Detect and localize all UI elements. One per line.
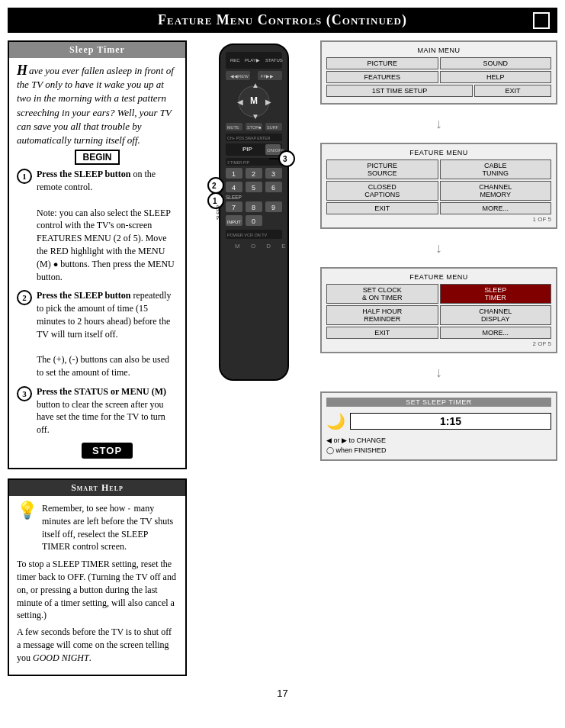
main-menu-label: MAIN MENU [326,47,551,54]
svg-text:▶: ▶ [265,98,271,106]
cable-tuning-btn[interactable]: CABLETUNING [440,159,552,179]
sleep-timer-header: Sleep Timer [9,42,185,58]
title-bar: Feature Menu Controls (Continued) [8,8,557,33]
picture-source-btn[interactable]: PICTURESOURCE [326,159,438,179]
svg-text:3: 3 [283,155,287,163]
half-hour-btn[interactable]: HALF HOURREMINDER [326,305,438,325]
smart-help-text-2: To stop a SLEEP TIMER setting, reset the… [17,558,178,622]
svg-text:PLAY▶: PLAY▶ [245,58,260,63]
svg-text:SURF: SURF [267,125,279,130]
sound-btn[interactable]: SOUND [440,57,552,69]
screen-indicator-2: 2 OF 5 [326,340,551,347]
svg-text:6: 6 [271,184,275,192]
step-1-circle: 1 [17,169,32,184]
smart-help-box: Smart Help 💡 Remember, to see how ╴ many… [8,478,187,676]
svg-text:7: 7 [232,204,236,211]
svg-text:3: 3 [271,170,275,178]
channel-memory-btn[interactable]: CHANNELMEMORY [440,181,552,201]
step-1: 1 Press the SLEEP button on the remote c… [17,168,178,283]
sleep-display-title: SET SLEEP TIMER [326,398,551,407]
svg-text:INPUT: INPUT [227,220,241,224]
sleep-timer-content: Have you ever fallen asleep in front of … [9,58,185,468]
step-3: 3 Press the STATUS or MENU (M) button to… [17,385,178,436]
sleep-time-value: 1:15 [350,413,551,430]
exit-btn-1[interactable]: EXIT [326,202,438,214]
feature-menu-1-screen: FEATURE MENU PICTURESOURCE CABLETUNING C… [320,143,557,229]
svg-text:1: 1 [213,197,217,205]
bulb-icon: 💡 [17,502,37,519]
feature-menu-1-grid: PICTURESOURCE CABLETUNING CLOSEDCAPTIONS… [326,159,551,214]
picture-btn[interactable]: PICTURE [326,57,438,69]
step-2-circle: 2 [17,290,32,305]
screen-indicator-1: 1 OF 5 [326,216,551,223]
main-menu-row-2: FEATURES HELP [326,71,551,83]
feature-menu-2-label: FEATURE MENU [326,273,551,281]
svg-text:◀◀REW: ◀◀REW [230,74,249,79]
arrow-down-1: ↓ [320,117,557,130]
svg-text:STATUS: STATUS [265,58,283,63]
svg-text:SLEEP: SLEEP [216,205,220,220]
svg-text:8: 8 [252,204,255,211]
channel-display-btn[interactable]: CHANNELDISPLAY [440,305,552,325]
svg-text:POWER  VCR  ON  TV: POWER VCR ON TV [227,233,267,237]
1st-time-setup-btn[interactable]: 1ST TIME SETUP [326,85,473,97]
right-column: REC PLAY▶ STATUS ◀◀REW FF▶▶ M ▲ ▼ ◀ ▶ [194,40,557,676]
more-btn-2[interactable]: MORE... [440,327,552,339]
svg-text:4: 4 [232,184,236,192]
set-clock-btn[interactable]: SET CLOCK& ON TIMER [326,284,438,304]
svg-text:0: 0 [252,217,255,225]
svg-text:▲: ▲ [252,81,259,89]
remote-svg: REC PLAY▶ STATUS ◀◀REW FF▶▶ M ▲ ▼ ◀ ▶ [197,40,311,407]
main-menu-row-1: PICTURE SOUND [326,57,551,69]
step-3-circle: 3 [17,386,32,401]
feature-menu-2-grid: SET CLOCK& ON TIMER SLEEPTIMER HALF HOUR… [326,284,551,339]
svg-text:M: M [250,95,258,106]
svg-text:9: 9 [271,204,275,211]
smart-help-text-1: Remember, to see how ╴ many minutes are … [42,502,178,553]
more-btn-1[interactable]: MORE... [440,202,552,214]
sleep-timer-btn[interactable]: SLEEPTIMER [440,284,552,304]
svg-text:STOP■: STOP■ [247,125,261,130]
features-btn[interactable]: FEATURES [326,71,438,83]
feature-menu-1-label: FEATURE MENU [326,149,551,156]
svg-text:MUTE: MUTE [227,125,239,130]
main-content: Sleep Timer Have you ever fallen asleep … [8,40,557,676]
page-number: 17 [8,688,557,699]
exit-btn-2[interactable]: EXIT [326,327,438,339]
svg-text:▼: ▼ [252,112,259,121]
page-title: Feature Menu Controls (Continued) [158,12,407,27]
arrow-down-3: ↓ [320,366,557,379]
stop-badge: STOP [37,443,178,459]
step-1-text: Press the SLEEP button on the remote con… [37,168,178,283]
main-menu-screen: MAIN MENU PICTURE SOUND FEATURES HELP 1S… [320,40,557,105]
left-column: Sleep Timer Have you ever fallen asleep … [8,40,187,676]
svg-text:◀: ◀ [237,98,243,106]
menus-col: MAIN MENU PICTURE SOUND FEATURES HELP 1S… [320,40,557,676]
step-2: 2 Press the SLEEP button repeatedly to p… [17,289,178,379]
remote-container: REC PLAY▶ STATUS ◀◀REW FF▶▶ M ▲ ▼ ◀ ▶ [194,40,313,676]
smart-help-row: 💡 Remember, to see how ╴ many minutes ar… [17,502,178,553]
step-2-text: Press the SLEEP button repeatedly to pic… [37,289,178,379]
sleep-instructions: ◀ or ▶ to CHANGE ◯ when FINISHED [326,436,551,455]
svg-text:FF▶▶: FF▶▶ [261,74,274,79]
svg-text:CH+  POS  SWAP  ENTER: CH+ POS SWAP ENTER [227,136,271,140]
feature-menu-2-screen: FEATURE MENU SET CLOCK& ON TIMER SLEEPTI… [320,267,557,353]
step-3-text: Press the STATUS or MENU (M) button to c… [37,385,178,436]
exit-btn-main[interactable]: EXIT [474,85,551,97]
closed-captions-btn[interactable]: CLOSEDCAPTIONS [326,181,438,201]
help-btn[interactable]: HELP [440,71,552,83]
begin-badge: BEGIN [17,152,178,163]
smart-help-content: 💡 Remember, to see how ╴ many minutes ar… [9,496,185,675]
svg-text:5: 5 [252,184,255,192]
svg-text:REC: REC [230,58,240,63]
smart-help-text-3: A few seconds before the TV is to shut o… [17,626,178,664]
svg-text:2: 2 [252,170,255,178]
svg-text:PIP: PIP [242,146,253,153]
smart-help-header: Smart Help [9,480,185,496]
arrow-down-2: ↓ [320,241,557,255]
main-menu-row-3: 1ST TIME SETUP EXIT [326,85,551,97]
intro-text: Have you ever fallen asleep in front of … [17,64,178,147]
svg-text:2: 2 [212,182,217,190]
margin-icon: ╴ [128,505,132,513]
sleep-timer-box: Sleep Timer Have you ever fallen asleep … [8,40,187,469]
